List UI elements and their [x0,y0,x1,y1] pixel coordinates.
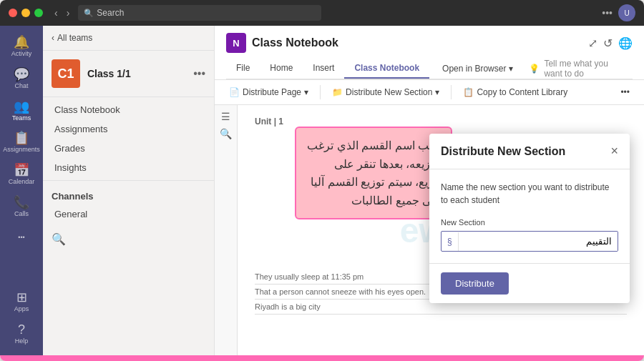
distribute-section-icon: 📁 [332,87,343,97]
sidebar-label-teams: Teams [12,114,31,122]
copy-content-label: Copy to Content Library [477,87,567,97]
channels-section: Channels General [43,181,214,228]
team-panel-search[interactable]: 🔍 [43,228,214,250]
tab-class-notebook[interactable]: Class Notebook [344,59,429,79]
distribute-section-label: Distribute New Section [346,87,432,97]
forward-arrow[interactable]: › [64,6,73,20]
notebook-sidebar: ☰ 🔍 [215,105,238,355]
search-icon-team: 🔍 [52,232,66,246]
content-header-actions: ⤢ ↺ 🌐 [588,36,633,50]
activity-icon: 🔔 [14,36,29,49]
sidebar-item-activity[interactable]: 🔔 Activity [3,31,40,62]
maximize-button[interactable] [34,9,43,17]
tell-me-text: Tell me what you want to do [544,59,624,79]
sidebar-label-assignments: Assignments [3,146,40,154]
team-nav-insights[interactable]: Insights [43,158,214,177]
pink-overlay: تكتب اسم القسم الذي ترغب بتوزيعه، بعدها … [295,127,452,219]
distribute-page-icon: 📄 [229,87,240,97]
modal-body: Name the new section you want to distrib… [429,169,630,263]
sidebar-label-help: Help [15,337,29,345]
sidebar-item-more[interactable]: ••• [3,229,40,246]
content-title: Class Notebook [252,36,338,49]
tab-file[interactable]: File [226,59,260,79]
sidebar-item-calendar[interactable]: 📅 Calendar [3,159,40,190]
distribute-section-chevron: ▾ [435,87,439,97]
refresh-icon[interactable]: ↺ [603,36,613,50]
sidebar-item-calls[interactable]: 📞 Calls [3,192,40,222]
traffic-lights [9,9,43,17]
sidebar-label-chat: Chat [14,82,28,90]
distribute-page-chevron: ▾ [304,87,308,97]
tell-me-bar[interactable]: 💡 Tell me what you want to do [520,59,633,79]
modal-section-label: New Section [441,218,618,227]
search-bar[interactable]: 🔍 [78,5,321,21]
team-panel-header: ‹ All teams [43,26,214,51]
toolbar-more-btn[interactable]: ••• [615,84,635,100]
dropdown-chevron-icon: ▾ [509,64,513,74]
content-area: N Class Notebook ⤢ ↺ 🌐 File Home Insert … [215,26,644,355]
content-header: N Class Notebook ⤢ ↺ 🌐 File Home Insert … [215,26,644,80]
ribbon-tabs: File Home Insert Class Notebook Open in … [226,59,633,79]
calendar-icon: 📅 [14,164,29,177]
notebook-icon: N [226,33,246,53]
distribute-page-btn[interactable]: 📄 Distribute Page ▾ [223,84,314,100]
separator-2 [451,85,452,99]
more-options-button[interactable]: ••• [602,7,613,19]
distribute-modal: Distribute New Section × Name the new se… [429,134,630,303]
modal-close-button[interactable]: × [610,144,618,159]
search-notebook-icon[interactable]: 🔍 [220,128,232,139]
more-label: ••• [18,234,24,242]
sidebar-item-help[interactable]: ? Help [3,319,40,350]
expand-icon[interactable]: ⤢ [588,36,597,50]
sidebar: 🔔 Activity 💬 Chat 👥 Teams 📋 Assignments … [0,26,43,355]
open-browser-label: Open in Browser [442,64,506,74]
copy-content-btn[interactable]: 📋 Copy to Content Library [457,84,573,100]
separator-1 [320,85,321,99]
team-nav-assignments[interactable]: Assignments [43,119,214,139]
title-bar-right: ••• U [602,4,635,21]
lightbulb-icon: 💡 [529,64,540,74]
globe-icon[interactable]: 🌐 [618,36,633,50]
back-chevron-icon: ‹ [52,33,54,43]
team-name: Class 1/1 [87,68,131,79]
new-section-input[interactable] [459,232,618,251]
team-nav-class-notebook[interactable]: Class Notebook [43,100,214,119]
sidebar-label-apps: Apps [14,305,29,313]
distribute-section-btn[interactable]: 📁 Distribute New Section ▾ [326,84,445,100]
main-container: 🔔 Activity 💬 Chat 👥 Teams 📋 Assignments … [0,26,644,355]
sidebar-item-apps[interactable]: ⊞ Apps [3,287,40,317]
channels-label: Channels [43,187,214,206]
sidebar-label-calendar: Calendar [9,178,35,186]
back-arrow[interactable]: ‹ [52,6,61,20]
distribute-page-label: Distribute Page [243,87,301,97]
toolbar-right: ••• [615,84,635,100]
search-icon: 🔍 [84,9,94,18]
teams-icon: 👥 [14,100,29,113]
pages-icon[interactable]: ☰ [221,111,230,122]
nav-arrows: ‹ › [52,6,72,20]
tab-home[interactable]: Home [260,59,303,79]
back-to-teams[interactable]: ‹ All teams [52,33,92,43]
modal-header: Distribute New Section × [429,134,630,169]
tab-insert[interactable]: Insert [303,59,344,79]
sidebar-item-assignments[interactable]: 📋 Assignments [3,127,40,158]
close-button[interactable] [9,9,17,17]
search-input[interactable] [97,8,316,18]
help-icon: ? [18,323,25,336]
channel-general[interactable]: General [43,206,214,222]
user-avatar[interactable]: U [618,4,635,21]
sidebar-item-chat[interactable]: 💬 Chat [3,64,40,94]
sidebar-item-teams[interactable]: 👥 Teams [3,96,40,127]
minimize-button[interactable] [21,9,30,17]
copy-icon: 📋 [463,87,474,97]
modal-footer: Distribute [429,263,630,303]
modal-description: Name the new section you want to distrib… [441,181,618,207]
distribute-button[interactable]: Distribute [441,272,509,295]
team-more-button[interactable]: ••• [193,67,205,80]
unit-label: Unit | 1 [255,117,627,127]
open-browser-btn[interactable]: Open in Browser ▾ [435,59,520,79]
team-info: C1 Class 1/1 ••• [43,51,214,97]
chat-icon: 💬 [14,68,29,81]
team-nav: Class Notebook Assignments Grades Insigh… [43,97,214,181]
team-nav-grades[interactable]: Grades [43,139,214,158]
